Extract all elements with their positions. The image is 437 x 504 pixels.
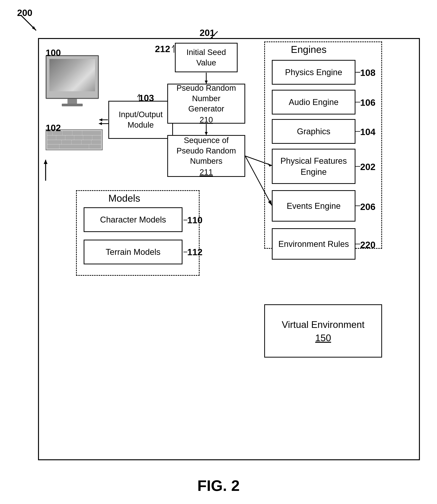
ref-110-line xyxy=(182,217,188,223)
ref-212-line xyxy=(171,44,177,54)
models-group-label: Models xyxy=(108,192,140,204)
ref-110: 110 xyxy=(187,215,202,225)
prng-box: Pseudo RandomNumberGenerator 210 xyxy=(167,84,245,124)
audio-engine-label: Audio Engine xyxy=(289,97,338,107)
prng-label: Pseudo RandomNumberGenerator xyxy=(177,83,236,114)
ref-220: 220 xyxy=(360,240,375,250)
ref-212: 212 xyxy=(155,44,170,54)
virtual-env-label: Virtual Environment xyxy=(282,319,364,331)
ref-200-arrow xyxy=(17,11,42,36)
character-models-label: Character Models xyxy=(100,215,166,224)
monitor-screen-outer xyxy=(46,55,99,99)
monitor-area xyxy=(46,55,99,106)
character-models-box: Character Models xyxy=(84,207,182,232)
environment-rules-label: Environment Rules xyxy=(278,239,349,249)
physical-features-label: Physical Features Engine xyxy=(273,155,355,177)
figure-label: FIG. 2 xyxy=(197,477,239,494)
io-module-box: Input/Output Module xyxy=(108,101,173,139)
ref-202: 202 xyxy=(360,162,375,172)
ref-201-arrow xyxy=(208,30,219,41)
terrain-models-box: Terrain Models xyxy=(84,240,182,264)
environment-rules-box: Environment Rules xyxy=(272,228,356,260)
graphics-box: Graphics xyxy=(272,119,356,144)
ref-108-line xyxy=(356,70,361,75)
ref-206: 206 xyxy=(360,202,375,212)
engines-group-label: Engines xyxy=(291,44,327,55)
physical-features-box: Physical Features Engine xyxy=(272,149,356,184)
io-module-label: Input/Output Module xyxy=(109,109,172,130)
physics-engine-box: Physics Engine xyxy=(272,60,356,85)
ref-102: 102 xyxy=(46,123,61,133)
seed-label: Initial Seed Value xyxy=(176,47,237,68)
ref-106: 106 xyxy=(360,97,375,108)
physics-engine-label: Physics Engine xyxy=(285,68,342,77)
ref-100: 100 xyxy=(46,48,61,58)
ref-112-line xyxy=(182,249,188,255)
virtual-env-ref: 150 xyxy=(315,333,331,343)
monitor-stand xyxy=(68,99,77,104)
ref-104: 104 xyxy=(360,127,375,137)
seq-label: Sequence ofPseudo RandomNumbers xyxy=(177,135,236,166)
monitor-screen xyxy=(50,59,95,91)
prng-ref: 210 xyxy=(199,115,213,124)
virtual-env-box: Virtual Environment 150 xyxy=(264,304,382,358)
seq-box: Sequence ofPseudo RandomNumbers 211 xyxy=(167,135,245,177)
events-engine-label: Events Engine xyxy=(287,201,341,211)
seq-ref: 211 xyxy=(199,168,213,177)
ref-103-line xyxy=(137,93,142,103)
ref-108: 108 xyxy=(360,68,375,78)
terrain-models-label: Terrain Models xyxy=(106,247,161,257)
audio-engine-box: Audio Engine xyxy=(272,90,356,114)
ref-112: 112 xyxy=(187,247,202,257)
graphics-label: Graphics xyxy=(297,127,330,136)
seed-box: Initial Seed Value xyxy=(175,43,238,72)
events-engine-box: Events Engine xyxy=(272,190,356,222)
monitor-base xyxy=(62,104,83,106)
